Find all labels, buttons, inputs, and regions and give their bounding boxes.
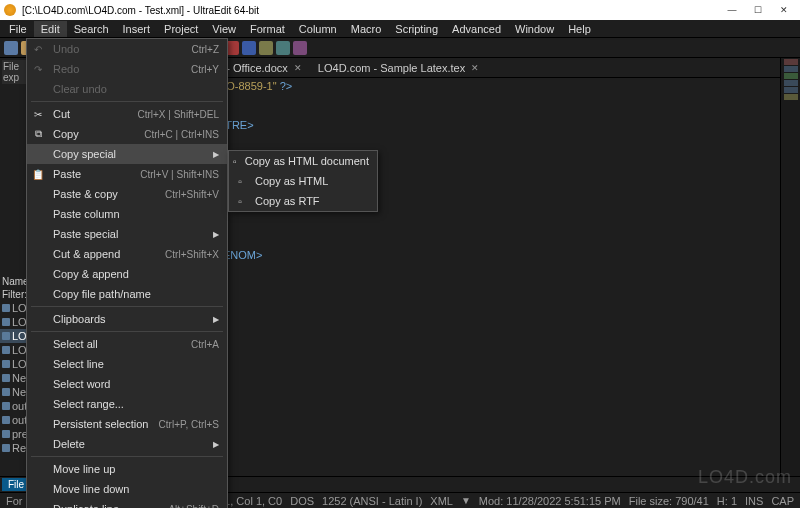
menu-item-select-range-[interactable]: Select range... <box>27 394 227 414</box>
menu-item-clipboards[interactable]: Clipboards▶ <box>27 309 227 329</box>
file-row[interactable]: Net <box>0 371 28 385</box>
menu-item-undo: ↶UndoCtrl+Z <box>27 39 227 59</box>
menu-scripting[interactable]: Scripting <box>388 21 445 37</box>
menu-item-redo: ↷RedoCtrl+Y <box>27 59 227 79</box>
status-size: File size: 790/41 <box>629 495 709 507</box>
window-title: [C:\LO4D.com\LO4D.com - Test.xml] - Ultr… <box>22 5 720 16</box>
new-icon[interactable] <box>4 41 18 55</box>
menu-project[interactable]: Project <box>157 21 205 37</box>
file-list-panel: NameFilter:LO4LO4LO4LO4LO4NetNevoutpoutp… <box>0 275 28 465</box>
file-row[interactable]: outp <box>0 399 28 413</box>
filter-label: Filter: <box>0 288 28 301</box>
menu-item-copy[interactable]: ⧉CopyCtrl+C | Ctrl+INS <box>27 124 227 144</box>
menu-item-delete[interactable]: Delete▶ <box>27 434 227 454</box>
status-encoding[interactable]: 1252 (ANSI - Latin I) <box>322 495 422 507</box>
editor-tab[interactable]: LO4D.com - Sample Latex.tex✕ <box>310 59 487 77</box>
status-eol[interactable]: DOS <box>290 495 314 507</box>
status-ins[interactable]: INS <box>745 495 763 507</box>
app-logo-icon <box>4 4 16 16</box>
menu-item-paste-column[interactable]: Paste column <box>27 204 227 224</box>
menu-view[interactable]: View <box>205 21 243 37</box>
menu-bar: FileEditSearchInsertProjectViewFormatCol… <box>0 20 800 38</box>
status-cap: CAP <box>771 495 794 507</box>
menu-column[interactable]: Column <box>292 21 344 37</box>
file-row[interactable]: LO4 <box>0 329 28 343</box>
file-row[interactable]: LO4 <box>0 301 28 315</box>
edit-menu: ↶UndoCtrl+Z↷RedoCtrl+YClear undo✂CutCtrl… <box>26 38 228 508</box>
file-row[interactable]: LO4 <box>0 343 28 357</box>
watermark: LO4D.com <box>698 467 792 488</box>
minimap-panel <box>780 58 800 476</box>
menu-format[interactable]: Format <box>243 21 292 37</box>
close-tab-icon[interactable]: ✕ <box>294 63 302 73</box>
menu-item-paste[interactable]: 📋PasteCtrl+V | Shift+INS <box>27 164 227 184</box>
status-hi: H: 1 <box>717 495 737 507</box>
menu-item-persistent-selection[interactable]: Persistent selectionCtrl+P, Ctrl+S <box>27 414 227 434</box>
minimize-button[interactable]: — <box>720 2 744 18</box>
menu-item-copy-append[interactable]: Copy & append <box>27 264 227 284</box>
menu-item-move-line-up[interactable]: Move line up <box>27 459 227 479</box>
menu-item-copy-file-path-name[interactable]: Copy file path/name <box>27 284 227 304</box>
file-row[interactable]: pref <box>0 427 28 441</box>
close-button[interactable]: ✕ <box>772 2 796 18</box>
help-icon[interactable] <box>242 41 256 55</box>
menu-item-paste-copy[interactable]: Paste & copyCtrl+Shift+V <box>27 184 227 204</box>
file-row[interactable]: LO4 <box>0 315 28 329</box>
menu-search[interactable]: Search <box>67 21 116 37</box>
menu-file[interactable]: File <box>2 21 34 37</box>
menu-item-cut-append[interactable]: Cut & appendCtrl+Shift+X <box>27 244 227 264</box>
menu-edit[interactable]: Edit <box>34 21 67 37</box>
menu-macro[interactable]: Macro <box>344 21 389 37</box>
menu-item-select-all[interactable]: Select allCtrl+A <box>27 334 227 354</box>
maximize-button[interactable]: ☐ <box>746 2 770 18</box>
copy-special-submenu: ▫Copy as HTML document▫Copy as HTML▫Copy… <box>228 150 378 212</box>
submenu-item-copy-as-rtf[interactable]: ▫Copy as RTF <box>229 191 377 211</box>
file-row[interactable]: outp <box>0 413 28 427</box>
tool2-icon[interactable] <box>293 41 307 55</box>
title-bar: [C:\LO4D.com\LO4D.com - Test.xml] - Ultr… <box>0 0 800 20</box>
submenu-item-copy-as-html-document[interactable]: ▫Copy as HTML document <box>229 151 377 171</box>
menu-item-select-line[interactable]: Select line <box>27 354 227 374</box>
file-row[interactable]: Nev <box>0 385 28 399</box>
menu-item-move-line-down[interactable]: Move line down <box>27 479 227 499</box>
menu-item-paste-special[interactable]: Paste special▶ <box>27 224 227 244</box>
menu-item-clear-undo: Clear undo <box>27 79 227 99</box>
status-modified: Mod: 11/28/2022 5:51:15 PM <box>479 495 621 507</box>
file-explorer-tab[interactable]: File exp <box>2 60 27 84</box>
menu-item-cut[interactable]: ✂CutCtrl+X | Shift+DEL <box>27 104 227 124</box>
menu-window[interactable]: Window <box>508 21 561 37</box>
tool1-icon[interactable] <box>276 41 290 55</box>
submenu-item-copy-as-html[interactable]: ▫Copy as HTML <box>229 171 377 191</box>
file-row[interactable]: Reu <box>0 441 28 455</box>
close-tab-icon[interactable]: ✕ <box>471 63 479 73</box>
menu-insert[interactable]: Insert <box>116 21 158 37</box>
menu-help[interactable]: Help <box>561 21 598 37</box>
menu-item-select-word[interactable]: Select word <box>27 374 227 394</box>
menu-advanced[interactable]: Advanced <box>445 21 508 37</box>
status-language[interactable]: XML <box>430 495 453 507</box>
file-row[interactable]: LO4 <box>0 357 28 371</box>
menu-item-duplicate-line[interactable]: Duplicate lineAlt+Shift+D <box>27 499 227 508</box>
file-panel-header: Name <box>0 275 28 288</box>
sort-icon[interactable] <box>259 41 273 55</box>
menu-item-copy-special[interactable]: Copy special▶ <box>27 144 227 164</box>
